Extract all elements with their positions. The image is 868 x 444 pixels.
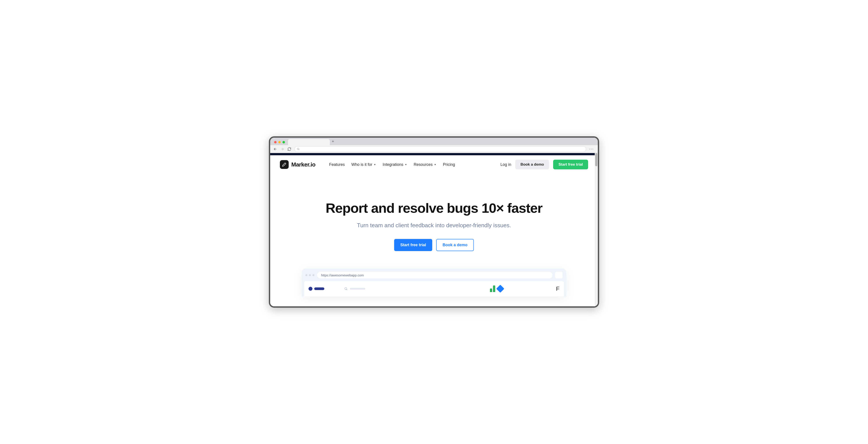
header-actions: Log in Book a demo Start free trial xyxy=(500,160,588,169)
nav-label: Features xyxy=(329,162,345,167)
svg-point-1 xyxy=(345,288,347,290)
illus-address-bar: https://awesomewebapp.com xyxy=(317,272,553,278)
start-trial-button[interactable]: Start free trial xyxy=(553,160,588,169)
nav-label: Who is it for xyxy=(351,162,372,167)
dot-icon xyxy=(309,274,311,276)
window-controls xyxy=(272,141,287,145)
chevron-down-icon: ▼ xyxy=(405,163,407,166)
illus-search xyxy=(344,287,365,291)
illus-logo-placeholder xyxy=(309,287,324,291)
illus-chart-icon xyxy=(490,286,503,292)
browser-tab[interactable] xyxy=(288,139,330,145)
book-demo-button[interactable]: Book a demo xyxy=(515,160,549,169)
scrollbar-thumb[interactable] xyxy=(595,153,597,166)
close-window-icon[interactable] xyxy=(274,141,277,143)
logo[interactable]: Marker.io xyxy=(280,160,315,169)
hero-illustration: https://awesomewebapp.com F xyxy=(302,269,566,296)
browser-toolbar: ··· xyxy=(270,145,598,153)
illus-page: F xyxy=(304,281,564,296)
search-icon xyxy=(344,287,348,291)
dot-icon xyxy=(312,274,314,276)
reload-icon[interactable] xyxy=(287,147,291,151)
announcement-bar xyxy=(270,153,598,155)
pencil-icon xyxy=(282,162,287,167)
illus-window-controls xyxy=(305,274,314,276)
browser-menu-icon[interactable]: ··· xyxy=(589,147,595,151)
logo-text: Marker.io xyxy=(291,161,315,168)
browser-window: + ··· xyxy=(269,136,599,308)
tab-strip: + xyxy=(270,138,598,145)
login-link[interactable]: Log in xyxy=(500,162,511,167)
nav-who-is-it-for[interactable]: Who is it for ▼ xyxy=(351,162,376,167)
nav-label: Integrations xyxy=(383,162,403,167)
new-tab-button[interactable]: + xyxy=(330,139,336,145)
scrollbar-track[interactable] xyxy=(595,153,598,306)
illus-url-text: https://awesomewebapp.com xyxy=(321,273,364,277)
illus-browser-bar: https://awesomewebapp.com xyxy=(304,271,564,281)
hero-title: Report and resolve bugs 10× faster xyxy=(270,200,598,216)
nav-label: Pricing xyxy=(443,162,455,167)
search-icon xyxy=(297,148,300,150)
dot-icon xyxy=(305,274,307,276)
nav-features[interactable]: Features xyxy=(329,162,345,167)
chevron-down-icon: ▼ xyxy=(434,163,436,166)
placeholder-bar xyxy=(350,288,365,290)
nav-pricing[interactable]: Pricing xyxy=(443,162,455,167)
primary-nav: Features Who is it for ▼ Integrations ▼ … xyxy=(329,162,455,167)
diamond-icon xyxy=(496,285,504,293)
hero-start-trial-button[interactable]: Start free trial xyxy=(394,239,432,251)
bar-icon xyxy=(490,289,492,292)
illus-heading-fragment: F xyxy=(556,286,559,292)
maximize-window-icon[interactable] xyxy=(282,141,285,143)
page-viewport: Marker.io Features Who is it for ▼ Integ… xyxy=(270,153,598,306)
chevron-down-icon: ▼ xyxy=(374,163,376,166)
site-header: Marker.io Features Who is it for ▼ Integ… xyxy=(270,155,598,174)
logo-mark xyxy=(280,160,289,169)
hero-book-demo-button[interactable]: Book a demo xyxy=(436,239,474,251)
hero: Report and resolve bugs 10× faster Turn … xyxy=(270,174,598,251)
hero-subtitle: Turn team and client feedback into devel… xyxy=(270,222,598,229)
nav-resources[interactable]: Resources ▼ xyxy=(414,162,436,167)
illus-toolbar-button xyxy=(555,272,563,278)
address-bar[interactable] xyxy=(294,146,586,152)
back-icon[interactable] xyxy=(273,147,277,151)
minimize-window-icon[interactable] xyxy=(278,141,281,143)
circle-icon xyxy=(309,287,312,291)
hero-cta-group: Start free trial Book a demo xyxy=(270,239,598,251)
bar-icon xyxy=(493,286,495,292)
forward-icon xyxy=(280,147,284,151)
nav-label: Resources xyxy=(414,162,433,167)
pill-icon xyxy=(314,288,324,290)
svg-point-0 xyxy=(297,148,299,150)
nav-integrations[interactable]: Integrations ▼ xyxy=(383,162,407,167)
